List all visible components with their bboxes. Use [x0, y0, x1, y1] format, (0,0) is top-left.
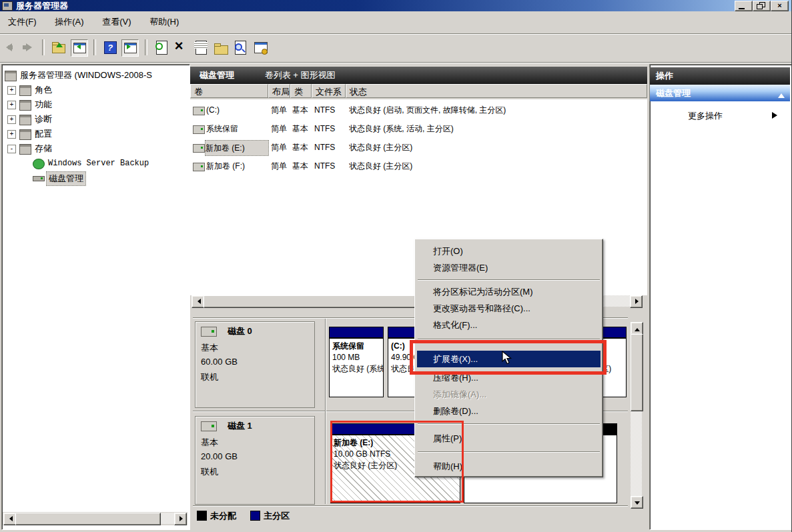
minimize-button[interactable]: [735, 1, 753, 11]
volume-layout: 简单: [271, 138, 291, 157]
menu-file[interactable]: 文件(F): [0, 11, 45, 33]
console-tree-toggle-icon[interactable]: [71, 39, 88, 57]
disk-size: 20.00 GB: [201, 451, 238, 461]
menu-item-add-mirror[interactable]: 添加镜像(A)...: [417, 386, 601, 403]
expand-icon[interactable]: +: [7, 115, 16, 124]
disk0-info-box[interactable]: 磁盘 0 基本 60.00 GB 联机: [195, 321, 315, 408]
actions-panel: 操作 磁盘管理 更多操作: [649, 64, 792, 530]
pane-header: 磁盘管理 卷列表 + 图形视图: [190, 67, 647, 84]
console-tree-panel: 服务器管理器 (WINDOWS-2008-S + 角色 + 功能 + 诊断 + …: [1, 64, 190, 530]
volume-type: 基本: [292, 101, 312, 119]
column-header-type[interactable]: 类型: [290, 84, 312, 98]
help-icon[interactable]: ?: [102, 39, 118, 55]
console-window-icon[interactable]: [252, 39, 268, 55]
collapse-icon[interactable]: -: [7, 145, 16, 153]
menu-item-open[interactable]: 打开(O): [417, 243, 601, 259]
server-manager-icon: [2, 1, 13, 11]
volume-status: 状态良好 (系统, 活动, 主分区): [349, 119, 647, 138]
menu-item-delete-volume[interactable]: 删除卷(D)...: [417, 403, 601, 419]
server-icon: [19, 85, 31, 96]
scroll-right-button[interactable]: [630, 295, 643, 308]
partition-size: 100 MB: [332, 352, 380, 363]
tree-item-label: 功能: [33, 98, 54, 111]
menu-item-change-drive-letter[interactable]: 更改驱动器号和路径(C)...: [417, 300, 601, 317]
disk-kind: 基本: [201, 342, 218, 354]
more-actions-item[interactable]: 更多操作: [650, 107, 790, 125]
scroll-thumb[interactable]: [15, 513, 161, 525]
volume-type: 基本: [292, 119, 312, 138]
menu-action[interactable]: 操作(A): [47, 11, 91, 33]
disk1-info-box[interactable]: 磁盘 1 基本 20.00 GB 联机: [195, 416, 315, 505]
volume-fs: NTFS: [314, 101, 346, 119]
volume-fs: NTFS: [314, 119, 346, 138]
scroll-right-button[interactable]: [174, 513, 187, 525]
disk-name: 磁盘 0: [228, 325, 252, 337]
open-folder-icon[interactable]: [213, 39, 229, 55]
close-button[interactable]: ×: [771, 1, 789, 11]
volume-row-c[interactable]: (C:) 简单 基本 NTFS 状态良好 (启动, 页面文件, 故障转储, 主分…: [190, 101, 647, 119]
column-header-status[interactable]: 状态: [346, 84, 647, 98]
mouse-cursor-icon: [502, 351, 514, 365]
expand-icon[interactable]: +: [7, 130, 16, 139]
volume-status: 状态良好 (主分区): [349, 157, 647, 175]
partition-system-reserved[interactable]: 系统保留 100 MB 状态良好 (系统, 活动, 主分区): [329, 327, 384, 397]
annotation-box-e-partition: [330, 421, 464, 503]
disk-status: 联机: [201, 466, 218, 478]
menu-item-explorer[interactable]: 资源管理器(E): [417, 259, 601, 276]
volume-icon: [193, 144, 205, 153]
disk-status: 联机: [201, 371, 218, 383]
window-title: 服务器管理器: [16, 0, 68, 11]
volume-row-e-selected[interactable]: 新加卷 (E:) 简单 基本 NTFS 状态良好 (主分区): [190, 138, 647, 157]
expand-icon[interactable]: +: [7, 86, 16, 95]
scroll-down-button[interactable]: [631, 496, 643, 509]
collapse-chevron-icon[interactable]: [778, 90, 785, 98]
volume-row-f[interactable]: 新加卷 (F:) 简单 基本 NTFS 状态良好 (主分区): [190, 157, 647, 175]
action-pane-toggle-icon[interactable]: [121, 39, 139, 57]
menu-help[interactable]: 帮助(H): [141, 11, 187, 33]
volume-status: 状态良好 (启动, 页面文件, 故障转储, 主分区): [349, 101, 647, 119]
properties-icon[interactable]: [193, 39, 209, 55]
refresh-icon[interactable]: [153, 39, 169, 55]
server-icon: [19, 129, 31, 140]
legend-unallocated-swatch: [197, 511, 207, 521]
restore-button[interactable]: [753, 1, 771, 11]
volume-icon: [193, 107, 205, 115]
toolbar-separator: [145, 39, 147, 55]
forward-icon[interactable]: [21, 39, 37, 55]
menu-item-format[interactable]: 格式化(F)...: [417, 317, 601, 333]
volume-row-system-reserved[interactable]: 系统保留 简单 基本 NTFS 状态良好 (系统, 活动, 主分区): [190, 119, 647, 138]
scroll-thumb[interactable]: [631, 334, 643, 411]
volume-table-header: 卷 布局 类型 文件系统 状态: [190, 84, 647, 99]
pane-view-mode: 卷列表 + 图形视图: [265, 70, 336, 80]
column-header-filesystem[interactable]: 文件系统: [312, 84, 346, 98]
menu-view[interactable]: 查看(V): [94, 11, 139, 33]
folder-up-icon[interactable]: [51, 39, 67, 55]
disk-name: 磁盘 1: [228, 420, 252, 432]
expand-icon[interactable]: +: [7, 101, 16, 109]
find-icon[interactable]: [232, 39, 248, 55]
graph-vscrollbar: [631, 322, 643, 509]
server-icon: [19, 115, 31, 125]
volume-name: 系统保留: [206, 119, 268, 138]
disk-icon: [33, 176, 45, 181]
partition-label: 系统保留: [332, 341, 380, 352]
column-header-volume[interactable]: 卷: [190, 84, 268, 98]
column-header-layout[interactable]: 布局: [268, 84, 290, 98]
disk-icon: [201, 421, 217, 431]
title-bar: 服务器管理器: [0, 0, 792, 11]
volume-type: 基本: [292, 157, 312, 175]
menu-item-mark-active[interactable]: 将分区标记为活动分区(M): [417, 283, 601, 300]
primary-partition-bar: [329, 327, 384, 338]
back-icon[interactable]: [1, 39, 17, 55]
disk-size: 60.00 GB: [201, 357, 238, 367]
volume-layout: 简单: [271, 157, 291, 175]
menu-separator: [418, 279, 600, 281]
delete-icon[interactable]: ×: [173, 39, 189, 55]
tree-item-label: 角色: [33, 83, 54, 97]
toolbar: ? ×: [0, 34, 792, 63]
legend-unallocated-label: 未分配: [210, 510, 236, 522]
actions-group-disk-management[interactable]: 磁盘管理: [650, 85, 790, 101]
volume-type: 基本: [292, 138, 312, 157]
disk-icon: [201, 327, 217, 337]
legend-primary-label: 主分区: [264, 510, 290, 522]
